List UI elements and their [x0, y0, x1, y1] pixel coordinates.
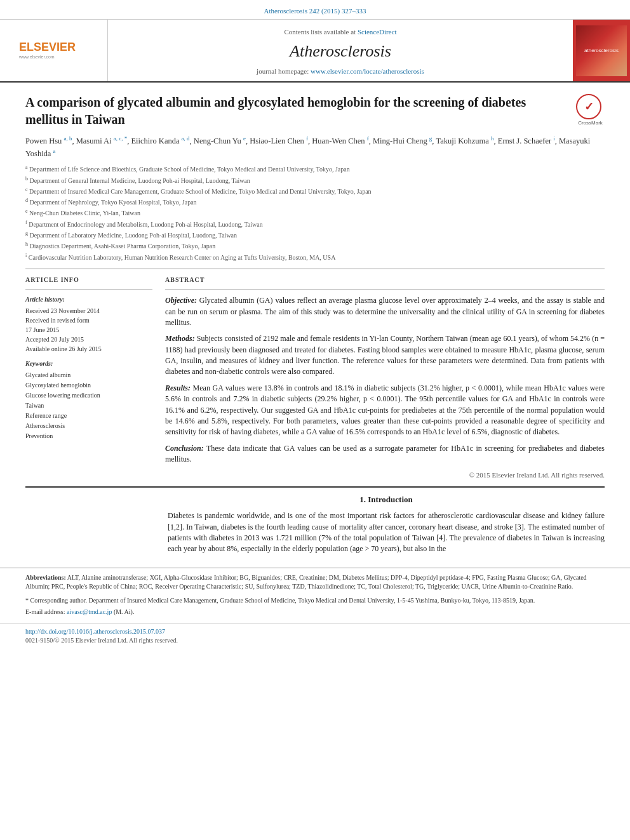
article-history-label: Article history:: [25, 295, 152, 304]
copyright-line: © 2015 Elsevier Ireland Ltd. All rights …: [165, 470, 605, 480]
affiliation-f: f Department of Endocrinology and Metabo…: [25, 219, 605, 229]
keyword-7: Prevention: [25, 432, 152, 441]
homepage-label: journal homepage:: [257, 67, 309, 75]
introduction-section: 1. Introduction Diabetes is pandemic wor…: [0, 486, 630, 561]
title-row: A comparison of glycated albumin and gly…: [25, 94, 605, 128]
intro-right-content: 1. Introduction Diabetes is pandemic wor…: [168, 494, 605, 555]
issn-line: 0021-9150/© 2015 Elsevier Ireland Ltd. A…: [25, 636, 605, 645]
footer-area: Abbreviations: ALT, Alanine aminotransfe…: [0, 568, 630, 623]
abstract-methods: Methods: Subjects consisted of 2192 male…: [165, 333, 605, 378]
crossmark-label: CrossMark: [576, 119, 605, 126]
abstract-objective: Objective: Glycated albumin (GA) values …: [165, 295, 605, 328]
keyword-5: Reference range: [25, 411, 152, 420]
journal-header: ELSEVIER www.elsevier.com Contents lists…: [0, 20, 630, 83]
history-received: Received 23 November 2014: [25, 307, 152, 315]
email-line: E-mail address: aivasc@tmd.ac.jp (M. Ai)…: [25, 608, 605, 617]
thumb-text: atherosclerosis: [584, 47, 619, 54]
history-revised-date: 17 June 2015: [25, 326, 152, 334]
history-online: Available online 26 July 2015: [25, 345, 152, 353]
contents-available-line: Contents lists available at ScienceDirec…: [114, 27, 566, 37]
abstract-heading: ABSTRACT: [165, 276, 605, 284]
email-person: (M. Ai).: [114, 608, 135, 615]
conclusion-label: Conclusion:: [165, 444, 204, 453]
page: Atherosclerosis 242 (2015) 327–333 ELSEV…: [0, 0, 630, 840]
keyword-2: Glycosylated hemoglobin: [25, 381, 152, 390]
affiliation-c: c Department of Insured Medical Care Man…: [25, 186, 605, 196]
history-accepted: Accepted 20 July 2015: [25, 335, 152, 343]
journal-title: Atherosclerosis: [114, 40, 566, 63]
homepage-url[interactable]: www.elsevier.com/locate/atherosclerosis: [311, 67, 424, 75]
abstract-divider: [165, 290, 605, 290]
abbreviations-text: Abbreviations: ALT, Alanine aminotransfe…: [25, 573, 605, 591]
homepage-line: journal homepage: www.elsevier.com/locat…: [114, 67, 566, 76]
article-info-abstract-row: ARTICLE INFO Article history: Received 2…: [25, 276, 605, 480]
affiliation-h: h Diagnostics Department, Asahi-Kasei Ph…: [25, 241, 605, 251]
doi-link: http://dx.doi.org/10.1016/j.atherosclero…: [25, 627, 605, 636]
intro-two-col: 1. Introduction Diabetes is pandemic wor…: [25, 494, 605, 555]
journal-header-center: Contents lists available at ScienceDirec…: [108, 20, 573, 81]
objective-label: Objective:: [165, 296, 197, 305]
results-label: Results:: [165, 383, 191, 392]
intro-section-title: 1. Introduction: [168, 494, 605, 505]
contents-text: Contents lists available at: [284, 28, 356, 36]
elsevier-logo: ELSEVIER www.elsevier.com: [16, 32, 92, 70]
elsevier-logo-svg: ELSEVIER www.elsevier.com: [16, 32, 92, 67]
affiliation-i: i Cardiovascular Nutrition Laboratory, H…: [25, 252, 605, 262]
keyword-3: Glucose lowering medication: [25, 391, 152, 400]
intro-divider: [25, 486, 605, 488]
journal-cover-thumb: atherosclerosis: [573, 20, 630, 81]
keyword-1: Glycated albumin: [25, 371, 152, 380]
intro-left-spacer: [25, 494, 152, 555]
abstract-conclusion: Conclusion: These data indicate that GA …: [165, 443, 605, 465]
email-link[interactable]: aivasc@tmd.ac.jp: [67, 608, 112, 615]
bottom-bar: http://dx.doi.org/10.1016/j.atherosclero…: [0, 623, 630, 649]
keywords-label: Keywords:: [25, 359, 152, 368]
authors-line: Powen Hsu a, b, Masumi Ai a, c, *, Eiich…: [25, 135, 605, 160]
crossmark-badge: ✓ CrossMark: [576, 94, 605, 123]
results-text: Mean GA values were 13.8% in controls an…: [165, 383, 605, 437]
article-info-divider: [25, 290, 152, 290]
content-divider: [25, 269, 605, 269]
keyword-4: Taiwan: [25, 401, 152, 410]
affiliation-a: a Department of Life Science and Bioethi…: [25, 164, 605, 174]
affiliation-e: e Neng-Chun Diabetes Clinic, Yi-lan, Tai…: [25, 208, 605, 218]
top-bar: Atherosclerosis 242 (2015) 327–333: [0, 0, 630, 20]
article-title: A comparison of glycated albumin and gly…: [25, 94, 605, 128]
journal-thumbnail-image: atherosclerosis: [576, 25, 627, 76]
sciencedirect-link[interactable]: ScienceDirect: [358, 28, 397, 36]
svg-text:www.elsevier.com: www.elsevier.com: [18, 55, 55, 59]
main-content: A comparison of glycated albumin and gly…: [0, 83, 630, 486]
affiliation-b: b Department of General Internal Medicin…: [25, 175, 605, 185]
affiliations-block: a Department of Life Science and Bioethi…: [25, 164, 605, 262]
affiliation-g: g Department of Laboratory Medicine, Luo…: [25, 230, 605, 240]
svg-text:ELSEVIER: ELSEVIER: [19, 41, 76, 53]
article-info-column: ARTICLE INFO Article history: Received 2…: [25, 276, 152, 480]
crossmark-icon: ✓: [576, 94, 601, 119]
conclusion-text: These data indicate that GA values can b…: [165, 444, 605, 463]
abstract-column: ABSTRACT Objective: Glycated albumin (GA…: [165, 276, 605, 480]
affiliation-d: d Department of Nephrology, Tokyo Kyosai…: [25, 197, 605, 207]
elsevier-logo-area: ELSEVIER www.elsevier.com: [0, 20, 108, 81]
methods-label: Methods:: [165, 334, 195, 343]
abstract-results: Results: Mean GA values were 13.8% in co…: [165, 383, 605, 438]
keyword-6: Atherosclerosis: [25, 422, 152, 430]
article-info-heading: ARTICLE INFO: [25, 276, 152, 284]
email-label: E-mail address:: [25, 608, 65, 615]
methods-text: Subjects consisted of 2192 male and fema…: [165, 334, 605, 376]
objective-text: Glycated albumin (GA) values reflect an …: [165, 296, 605, 327]
journal-reference-link[interactable]: Atherosclerosis 242 (2015) 327–333: [264, 7, 366, 15]
corresponding-author-text: * Corresponding author. Department of In…: [25, 596, 605, 605]
history-revised: Received in revised form: [25, 316, 152, 324]
intro-body-text: Diabetes is pandemic worldwide, and is o…: [168, 510, 605, 555]
